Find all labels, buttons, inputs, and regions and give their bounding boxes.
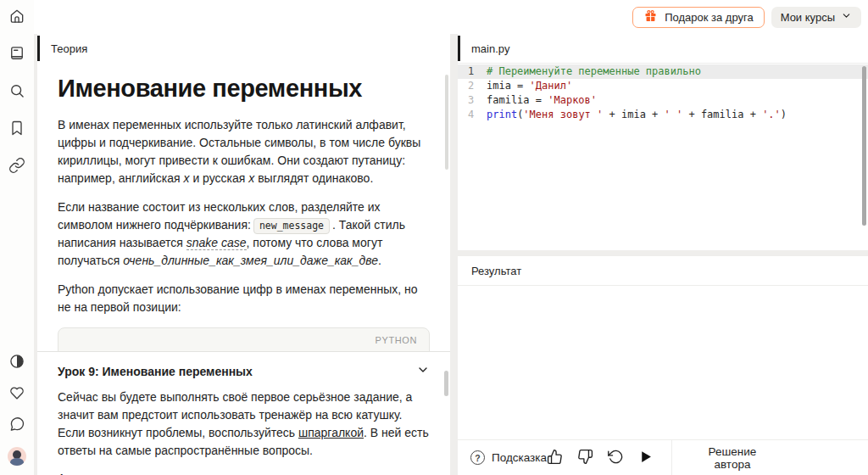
theory-panel: Теория Именование переменных В именах пе… xyxy=(37,34,450,475)
code-sample: PYTHON snake1 = "питон"snake2 = "удав"lo… xyxy=(58,327,430,351)
sidebar-item-chat[interactable] xyxy=(7,415,27,435)
result-header: Результат xyxy=(458,256,868,286)
app: Подарок за друга Мои курсы Теория Именов… xyxy=(0,0,868,475)
line-number: 1 xyxy=(458,64,487,79)
sidebar xyxy=(0,0,34,475)
result-output-area xyxy=(458,286,868,439)
sidebar-item-theme[interactable] xyxy=(7,352,27,372)
task-paragraph-2: А теперь — к задаче⬇ xyxy=(58,470,430,475)
editor-lines: 1# Переименуйте переменные правильно2imi… xyxy=(458,64,868,122)
sidebar-item-profile[interactable] xyxy=(7,446,27,467)
sidebar-item-search[interactable] xyxy=(7,81,27,102)
editor-scrollbar[interactable] xyxy=(862,66,866,226)
theory-paragraph-1: В именах переменных используйте только л… xyxy=(58,116,430,187)
author-solution-label: Решение автора xyxy=(691,445,774,471)
run-toolbar: Подсказка Решение автора Проверить xyxy=(458,439,868,475)
code-line: 3familia = 'Марков' xyxy=(458,93,868,108)
line-number: 3 xyxy=(458,93,487,108)
hint-button[interactable]: Подсказка xyxy=(458,450,547,465)
code-editor[interactable]: 1# Переименуйте переменные правильно2imi… xyxy=(458,64,868,250)
tab-main-py-label: main.py xyxy=(471,42,510,55)
sidebar-item-bookmarks[interactable] xyxy=(7,119,27,139)
code-line: snake1 = "питон" xyxy=(70,350,417,351)
chat-icon xyxy=(8,416,25,435)
code-line: 2imia = 'Данил' xyxy=(458,79,868,93)
trainer-panel: main.py 1# Переименуйте переменные прави… xyxy=(458,34,868,475)
thumbs-down-icon xyxy=(577,449,593,467)
question-circle-icon xyxy=(470,450,485,465)
bookmark-icon xyxy=(8,120,25,139)
editor-tool-icons xyxy=(547,449,653,467)
code-sample-lines: snake1 = "питон"snake2 = "удав"long_snak… xyxy=(70,350,417,351)
run-button[interactable] xyxy=(638,450,653,467)
page-title: Именование переменных xyxy=(58,75,430,103)
heart-icon xyxy=(8,384,25,404)
tab-main-py[interactable]: main.py xyxy=(458,34,868,64)
my-courses-button[interactable]: Мои курсы xyxy=(771,7,861,28)
gift-icon xyxy=(643,8,658,25)
task-paragraph-1: Сейчас вы будете выполнять своё первое с… xyxy=(58,388,430,460)
check-button[interactable]: Проверить xyxy=(793,440,868,475)
lesson-title: Урок 9: Именование переменных xyxy=(58,365,253,378)
avatar xyxy=(8,447,26,466)
lesson-accordion-header[interactable]: Урок 9: Именование переменных xyxy=(58,360,430,388)
line-number: 4 xyxy=(458,108,487,122)
reset-icon xyxy=(608,449,624,467)
chevron-down-icon xyxy=(416,363,430,379)
tab-theory-label: Теория xyxy=(51,42,87,55)
thumbs-up-button[interactable] xyxy=(547,449,563,467)
content: Теория Именование переменных В именах пе… xyxy=(34,34,868,475)
task-section: Урок 9: Именование переменных Сейчас вы … xyxy=(37,352,450,475)
sidebar-item-home[interactable] xyxy=(7,7,27,27)
thumbs-down-button[interactable] xyxy=(577,449,593,467)
chevron-down-icon xyxy=(841,10,852,24)
main-area: Подарок за друга Мои курсы Теория Именов… xyxy=(34,0,868,475)
tab-theory[interactable]: Теория xyxy=(37,34,450,63)
code-language-label: PYTHON xyxy=(70,335,417,345)
line-number: 2 xyxy=(458,79,487,93)
my-courses-label: Мои курсы xyxy=(781,11,835,24)
sidebar-top-group xyxy=(7,7,27,176)
home-icon xyxy=(8,8,25,27)
code-line: 1# Переименуйте переменные правильно xyxy=(458,64,868,79)
play-icon xyxy=(638,450,653,467)
code-line: 4print('Меня зовут ' + imia + ' ' + fami… xyxy=(458,108,868,122)
term-snake-case[interactable]: snake case xyxy=(186,236,247,250)
search-icon xyxy=(8,82,25,102)
theory-paragraph-3: Python допускает использование цифр в им… xyxy=(58,281,430,316)
book-icon xyxy=(8,45,25,64)
theory-scrollbar[interactable] xyxy=(445,75,448,170)
reset-button[interactable] xyxy=(608,449,624,467)
check-button-label: Проверить xyxy=(802,451,860,464)
inline-code-chip: new_message xyxy=(253,218,330,234)
topbar: Подарок за друга Мои курсы xyxy=(34,0,868,34)
sidebar-item-courses[interactable] xyxy=(7,44,27,64)
task-scrollbar[interactable] xyxy=(444,371,448,396)
editor-card: main.py 1# Переименуйте переменные прави… xyxy=(458,34,868,250)
contrast-icon xyxy=(8,353,25,372)
sidebar-item-favorites[interactable] xyxy=(7,383,27,404)
theory-paragraph-2: Если название состоит из нескольких слов… xyxy=(58,198,430,270)
sidebar-item-links[interactable] xyxy=(7,156,27,176)
link-icon xyxy=(8,157,25,176)
result-card: Результат Подсказка xyxy=(458,256,868,475)
hint-label: Подсказка xyxy=(492,451,547,464)
sidebar-bottom-group xyxy=(7,352,27,467)
author-solution-button[interactable]: Решение автора xyxy=(672,440,793,475)
gift-button-label: Подарок за друга xyxy=(665,11,754,24)
gift-for-friend-button[interactable]: Подарок за друга xyxy=(632,7,765,28)
thumbs-up-icon xyxy=(547,449,563,467)
cheatsheet-link[interactable]: шпаргалкой xyxy=(298,426,364,439)
theory-content: Именование переменных В именах переменны… xyxy=(37,63,450,351)
